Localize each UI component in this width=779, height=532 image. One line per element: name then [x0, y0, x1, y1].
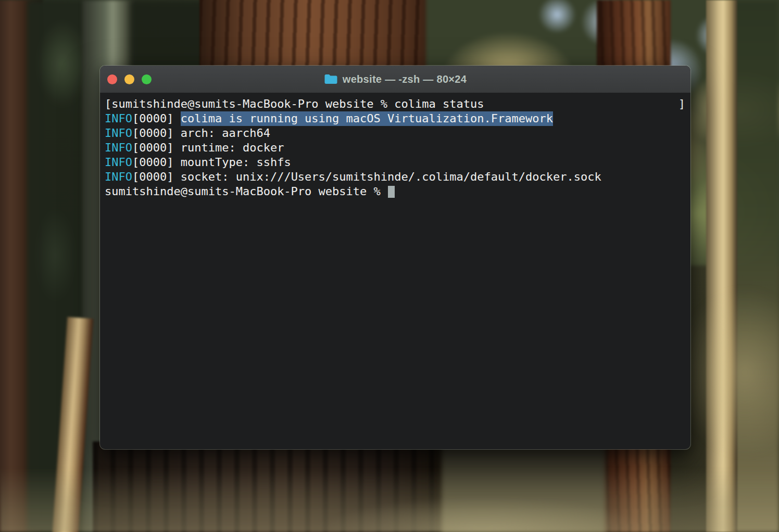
log-level: INFO — [105, 141, 132, 155]
log-level: INFO — [105, 155, 132, 170]
terminal-window: website — -zsh — 80×24 [sumitshinde@sumi… — [100, 66, 690, 449]
log-level: INFO — [105, 126, 132, 141]
log-message: runtime: docker — [181, 141, 284, 155]
terminal-line: sumitshinde@sumits-MacBook-Pro website % — [105, 184, 686, 199]
terminal-line: INFO[0000] mountType: sshfs — [105, 155, 686, 170]
log-level: INFO — [105, 170, 132, 184]
terminal-content[interactable]: [sumitshinde@sumits-MacBook-Pro website … — [100, 93, 690, 449]
title-bar[interactable]: website — -zsh — 80×24 — [100, 66, 690, 93]
terminal-line: [sumitshinde@sumits-MacBook-Pro website … — [105, 97, 686, 111]
log-message: socket: unix:///Users/sumitshinde/.colim… — [181, 170, 601, 184]
window-title-group: website — -zsh — 80×24 — [100, 66, 690, 93]
folder-icon — [324, 73, 338, 85]
log-meta: [0000] — [132, 126, 181, 141]
window-title: website — -zsh — 80×24 — [343, 73, 467, 85]
log-message: arch: aarch64 — [181, 126, 270, 141]
command-line-text: [sumitshinde@sumits-MacBook-Pro website … — [105, 97, 484, 111]
close-button[interactable] — [107, 74, 117, 84]
zoom-button[interactable] — [142, 74, 152, 84]
shell-prompt: sumitshinde@sumits-MacBook-Pro website % — [105, 184, 387, 199]
terminal-line: INFO[0000] runtime: docker — [105, 141, 686, 155]
log-meta: [0000] — [132, 170, 181, 184]
log-message: mountType: sshfs — [181, 155, 291, 170]
log-meta: [0000] — [132, 111, 181, 126]
selected-text: colima is running using macOS Virtualiza… — [181, 111, 553, 126]
terminal-line: INFO[0000] colima is running using macOS… — [105, 111, 686, 126]
log-meta: [0000] — [132, 141, 181, 155]
terminal-cursor — [388, 186, 395, 198]
traffic-lights — [100, 74, 152, 84]
minimize-button[interactable] — [124, 74, 134, 84]
terminal-line: INFO[0000] arch: aarch64 — [105, 126, 686, 141]
log-meta: [0000] — [132, 155, 181, 170]
mist-bottom — [0, 467, 779, 532]
log-level: INFO — [105, 111, 132, 126]
terminal-line: INFO[0000] socket: unix:///Users/sumitsh… — [105, 170, 686, 184]
line-wrap-bracket: ] — [679, 97, 686, 111]
